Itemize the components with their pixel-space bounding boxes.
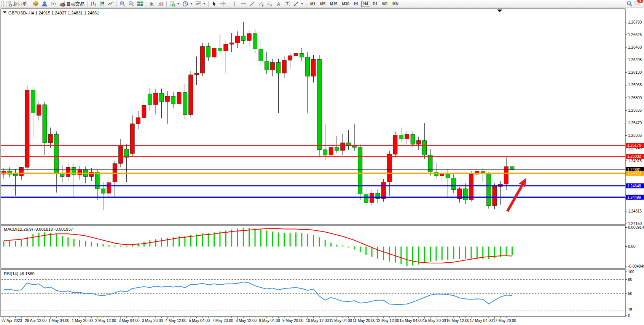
axis-tick-label: 1.25965	[628, 83, 642, 87]
chart-canvas[interactable]: 1.267901.266251.264601.262951.261301.259…	[0, 8, 644, 325]
time-axis-label[interactable]: 27 Apr 2023	[2, 319, 22, 323]
candle-body	[171, 96, 175, 104]
level-price-label: 1.25176	[627, 143, 641, 147]
candlestick-chart-icon	[99, 1, 105, 7]
candle-body	[329, 147, 333, 155]
chevron-down-icon	[301, 3, 303, 5]
tab-timeframe-mn[interactable]: MN	[390, 1, 401, 7]
candle-body	[294, 53, 298, 55]
time-axis-label[interactable]: 1 May 04:00	[48, 319, 69, 323]
symbol-ohlc-overlay: GBPUSD-,H4 1.24915 1.24927 1.24831 1.248…	[8, 11, 99, 15]
arrows-button[interactable]	[292, 0, 304, 7]
time-axis-label[interactable]: 2 May 12:00	[95, 319, 116, 323]
time-axis-label[interactable]: 3 May 20:00	[142, 319, 163, 323]
tab-timeframe-m5[interactable]: M5	[318, 1, 328, 7]
search-button[interactable]	[625, 0, 634, 7]
notifications-button[interactable]: 1	[634, 0, 641, 8]
time-axis-label[interactable]: 11 May 04:00	[329, 319, 352, 323]
chart-shift-button[interactable]	[156, 0, 165, 7]
separator	[87, 1, 88, 7]
horizontal-line-button[interactable]	[239, 0, 248, 7]
signals-button[interactable]	[49, 0, 57, 7]
time-axis-label[interactable]: 4 May 12:00	[166, 319, 187, 323]
fibonacci-button[interactable]: F	[266, 0, 274, 7]
time-axis-label[interactable]: 11 May 20:00	[353, 319, 376, 323]
time-axis-label[interactable]: 9 May 20:00	[282, 319, 303, 323]
zoom-out-icon	[128, 1, 134, 7]
time-axis-label[interactable]: 5 May 04:00	[189, 319, 210, 323]
candle-body	[265, 61, 269, 70]
time-axis-label[interactable]: 28 Apr 12:00	[25, 319, 47, 323]
tab-timeframe-m30[interactable]: M30	[340, 1, 351, 7]
tab-timeframe-h1[interactable]: H1	[352, 1, 361, 7]
time-axis-label[interactable]: 1 May 20:00	[72, 319, 93, 323]
axis-tick-label: 15	[628, 308, 633, 312]
candle-body	[306, 57, 310, 76]
candle-body	[376, 193, 380, 199]
axis-tick-label: 50	[628, 292, 633, 296]
candle-body	[259, 49, 263, 61]
candle-body	[387, 154, 392, 182]
chart-window[interactable]: 1.267901.266251.264601.262951.261301.259…	[0, 8, 644, 325]
candle-body	[282, 60, 286, 73]
text-button[interactable]: A	[274, 0, 283, 7]
tab-timeframe-m1[interactable]: M1	[308, 1, 318, 7]
auto-scroll-icon	[149, 1, 155, 7]
auto-scroll-button[interactable]	[148, 0, 156, 7]
time-axis-label[interactable]: 15 May 04:00	[400, 319, 423, 323]
candle-body	[165, 96, 169, 101]
candle-body	[434, 172, 438, 176]
time-axis-label[interactable]: 12 May 12:00	[376, 319, 399, 323]
time-axis-label[interactable]: 16 May 12:00	[446, 319, 470, 323]
time-axis-label[interactable]: 7 May 23:00	[212, 319, 233, 323]
zoom-out-button[interactable]	[127, 0, 135, 7]
tile-windows-button[interactable]	[136, 0, 144, 7]
cursor-button[interactable]	[210, 0, 218, 7]
candle-body	[177, 92, 181, 104]
candle-body	[399, 135, 403, 139]
pane-border	[1, 225, 625, 268]
new-order-button[interactable]: 新订单	[5, 0, 28, 7]
line-chart-button[interactable]	[107, 0, 115, 7]
market-watch-button[interactable]	[32, 0, 40, 7]
zoom-in-button[interactable]	[118, 0, 127, 7]
crosshair-button[interactable]	[219, 0, 227, 7]
trendline-button[interactable]	[248, 0, 257, 7]
time-axis-label[interactable]: 9 May 04:00	[259, 319, 280, 323]
separator	[229, 1, 229, 7]
candle-body	[130, 124, 134, 154]
toolbar: 新订单 自动交易 E F A T M1M5M15M30H1H4D1W1MN 1	[0, 0, 644, 8]
market-watch-icon	[33, 1, 39, 7]
tab-timeframe-d1[interactable]: D1	[370, 1, 380, 7]
bar-chart-button[interactable]	[89, 0, 97, 7]
candle-body	[189, 75, 193, 115]
candlestick-chart-button[interactable]	[98, 0, 106, 7]
tab-timeframe-h4[interactable]: H4	[361, 1, 371, 7]
time-axis-label[interactable]: 17 May 20:00	[493, 319, 516, 323]
pane-border	[1, 270, 625, 317]
candle-body	[469, 174, 473, 200]
time-axis-label[interactable]: 3 May 04:00	[119, 319, 140, 323]
time-axis-label[interactable]: 15 May 20:00	[423, 319, 446, 323]
toolbar-grip	[2, 1, 4, 6]
svg-text:A: A	[277, 2, 280, 7]
time-axis-label[interactable]: 17 May 04:00	[470, 319, 493, 323]
candle-body	[451, 178, 456, 189]
time-axis-label[interactable]: 10 May 12:00	[306, 319, 329, 323]
profile-icon	[41, 1, 48, 7]
equidistant-channel-button[interactable]: E	[257, 0, 265, 7]
candle-body	[25, 90, 29, 167]
periods-button[interactable]	[181, 0, 194, 7]
profile-button[interactable]	[40, 0, 49, 7]
tab-timeframe-m15[interactable]: M15	[328, 1, 340, 7]
time-axis-label[interactable]: 8 May 12:00	[236, 319, 257, 323]
templates-button[interactable]	[194, 0, 207, 7]
indicators-button[interactable]	[168, 0, 181, 7]
vertical-line-button[interactable]	[231, 0, 239, 7]
chart-shift-icon	[158, 1, 164, 7]
autotrading-button[interactable]: 自动交易	[58, 0, 86, 7]
tab-timeframe-w1[interactable]: W1	[380, 1, 390, 7]
text-label-button[interactable]: T	[283, 0, 292, 7]
text-label-icon: T	[284, 1, 290, 7]
candle-body	[358, 147, 362, 194]
